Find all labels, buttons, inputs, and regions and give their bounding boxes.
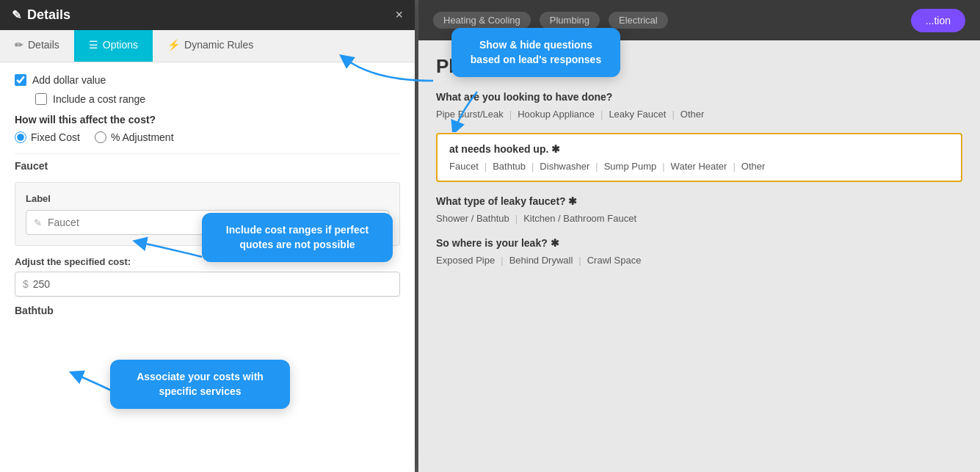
dollar-sign: $ (23, 278, 29, 290)
cost-question-label: How will this affect the cost? (15, 114, 400, 126)
tab-dynamic-rules[interactable]: ⚡ Dynamic Rules (153, 30, 268, 62)
answer-other-2[interactable]: Other (741, 161, 766, 172)
question-text-1: What are you looking to have done? (436, 91, 962, 103)
fixed-cost-label: Fixed Cost (31, 131, 80, 143)
question-block-1: What are you looking to have done? Pipe … (436, 91, 962, 120)
answer-kitchen-faucet[interactable]: Kitchen / Bathroom Faucet (523, 213, 636, 224)
tooltip-associate-costs: Associate your costs with specific servi… (110, 360, 290, 409)
question-block-2-highlighted: at needs hooked up. ✱ Faucet | Bathtub |… (436, 133, 962, 182)
modal-title-text: Details (27, 7, 70, 23)
answer-sump-pump[interactable]: Sump Pump (604, 161, 657, 172)
question-block-4: So where is your leak? ✱ Exposed Pipe | … (436, 237, 962, 266)
tab-bar: ✏ Details ☰ Options ⚡ Dynamic Rules (0, 30, 415, 62)
options-tab-icon: ☰ (89, 39, 98, 51)
adjustment-radio[interactable] (95, 131, 106, 143)
answer-crawl-space[interactable]: Crawl Space (587, 255, 642, 266)
tab-details[interactable]: ✏ Details (0, 30, 74, 62)
modal-header: ✎ Details × (0, 0, 415, 30)
electrical-tag: Electrical (609, 12, 668, 29)
dynamic-rules-tab-icon: ⚡ (167, 39, 180, 51)
tooltip-cost-range-text: Include cost ranges if perfect quotes ar… (226, 224, 369, 250)
tooltip-dynamic-rules: Show & hide questions based on lead's re… (451, 28, 620, 77)
edit-field-icon: ✎ (34, 217, 42, 228)
add-dollar-value-checkbox[interactable] (15, 74, 26, 86)
options-tab-label: Options (103, 39, 138, 51)
answer-bathtub[interactable]: Bathtub (493, 161, 526, 172)
add-dollar-value-label: Add dollar value (32, 74, 106, 86)
include-cost-range-label: Include a cost range (53, 93, 145, 105)
answer-dishwasher[interactable]: Dishwasher (540, 161, 589, 172)
plumbing-tag: Plumbing (540, 12, 600, 29)
details-tab-icon: ✏ (15, 39, 23, 51)
dynamic-rules-tab-label: Dynamic Rules (184, 39, 253, 51)
adjustment-label: % Adjustment (111, 131, 174, 143)
close-button[interactable]: × (395, 7, 403, 23)
answer-faucet[interactable]: Faucet (449, 161, 479, 172)
label-field-title: Label (26, 193, 389, 204)
answer-other-1[interactable]: Other (680, 109, 705, 120)
modal-body: Add dollar value Include a cost range Ho… (0, 62, 415, 472)
adjustment-option[interactable]: % Adjustment (95, 131, 174, 143)
question-text-2: at needs hooked up. ✱ (449, 143, 949, 155)
answer-tags-2: Faucet | Bathtub | Dishwasher | Sump Pum… (449, 161, 949, 172)
heating-cooling-tag: Heating & Cooling (433, 12, 531, 29)
answer-shower-bathtub[interactable]: Shower / Bathtub (436, 213, 509, 224)
cost-input[interactable] (33, 278, 392, 290)
tooltip-associate-costs-text: Associate your costs with specific servi… (137, 371, 264, 397)
tooltip-cost-range: Include cost ranges if perfect quotes ar… (202, 213, 393, 262)
tab-options[interactable]: ☰ Options (74, 30, 153, 62)
bathtub-section-label: Bathtub (15, 297, 400, 319)
option-button[interactable]: ...tion (911, 9, 965, 32)
answer-water-heater[interactable]: Water Heater (671, 161, 727, 172)
edit-icon: ✎ (12, 8, 21, 22)
right-body: Plumbing What are you looking to have do… (418, 40, 980, 472)
dollar-input-wrapper: $ (15, 272, 400, 297)
question-text-3: What type of leaky faucet? ✱ (436, 195, 962, 207)
cost-type-radio-group: Fixed Cost % Adjustment (15, 131, 400, 143)
include-cost-range-checkbox[interactable] (35, 93, 47, 105)
fixed-cost-option[interactable]: Fixed Cost (15, 131, 80, 143)
fixed-cost-radio[interactable] (15, 131, 26, 143)
answer-tags-3: Shower / Bathtub | Kitchen / Bathroom Fa… (436, 213, 962, 224)
details-tab-label: Details (28, 39, 59, 51)
answer-exposed-pipe[interactable]: Exposed Pipe (436, 255, 495, 266)
answer-behind-drywall[interactable]: Behind Drywall (509, 255, 573, 266)
modal-title: ✎ Details (12, 7, 70, 23)
answer-tags-4: Exposed Pipe | Behind Drywall | Crawl Sp… (436, 255, 962, 266)
include-cost-range-row: Include a cost range (35, 93, 400, 105)
answer-pipe-burst[interactable]: Pipe Burst/Leak (436, 109, 504, 120)
faucet-section-label: Faucet (15, 153, 400, 175)
tooltip-dynamic-rules-text: Show & hide questions based on lead's re… (471, 39, 601, 65)
answer-hookup[interactable]: Hookup Appliance (518, 109, 595, 120)
question-block-3: What type of leaky faucet? ✱ Shower / Ba… (436, 195, 962, 224)
add-dollar-value-row: Add dollar value (15, 74, 400, 86)
answer-tags-1: Pipe Burst/Leak | Hookup Appliance | Lea… (436, 109, 962, 120)
answer-leaky-faucet[interactable]: Leaky Faucet (609, 109, 666, 120)
question-text-4: So where is your leak? ✱ (436, 237, 962, 249)
